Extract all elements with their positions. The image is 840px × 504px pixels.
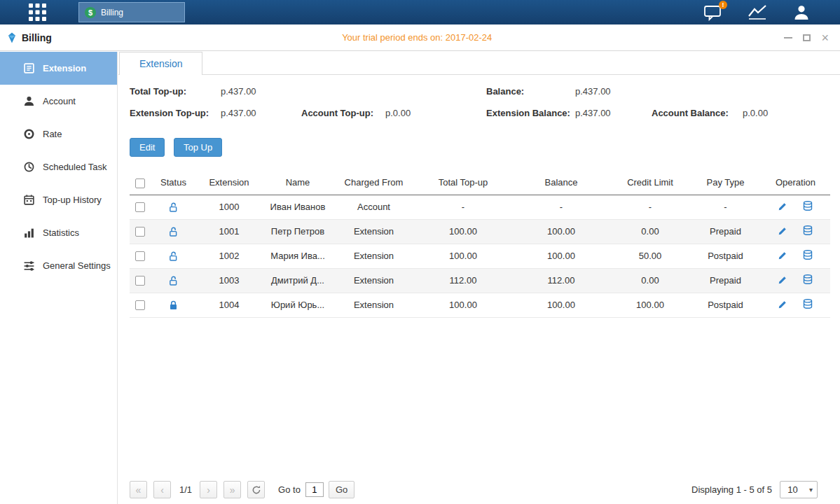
- cell-total-topup: 112.00: [414, 268, 512, 293]
- go-button[interactable]: Go: [329, 481, 354, 498]
- table-header-row: Status Extension Name Charged From Total…: [130, 171, 830, 195]
- cell-extension: 1000: [196, 195, 262, 219]
- status-lock-icon: [168, 250, 179, 260]
- cell-total-topup: 100.00: [414, 219, 512, 244]
- top-navigation-bar: $ Billing !: [0, 0, 840, 24]
- sidebar-item-account[interactable]: Account: [0, 85, 117, 118]
- rate-icon: [23, 128, 35, 140]
- account-icon: [23, 95, 35, 107]
- last-page-button[interactable]: »: [223, 481, 241, 498]
- row-checkbox[interactable]: [135, 227, 145, 237]
- cell-name: Иван Иванов: [262, 195, 333, 219]
- cell-name: Мария Ива...: [262, 244, 333, 268]
- apps-grid-icon[interactable]: [27, 4, 48, 22]
- extension-balance-label: Extension Balance:: [486, 108, 575, 118]
- taskbar-item-billing[interactable]: $ Billing: [78, 2, 185, 22]
- sidebar-item-topup-history[interactable]: Top-up History: [0, 183, 117, 216]
- cell-total-topup: -: [414, 195, 512, 219]
- edit-button[interactable]: Edit: [130, 138, 165, 157]
- row-checkbox[interactable]: [135, 300, 145, 310]
- row-checkbox[interactable]: [135, 202, 145, 212]
- billing-app-icon: [6, 32, 18, 43]
- stats-chart-icon[interactable]: [748, 4, 767, 20]
- sidebar-item-statistics[interactable]: Statistics: [0, 216, 117, 249]
- cell-balance: 100.00: [512, 293, 610, 317]
- cell-total-topup: 100.00: [414, 244, 512, 268]
- sidebar-item-general-settings[interactable]: General Settings: [0, 249, 117, 282]
- sidebar-item-label: Top-up History: [43, 195, 102, 205]
- cell-name: Дмитрий Д...: [262, 268, 333, 293]
- cell-name: Юрий Юрь...: [262, 293, 333, 317]
- cell-extension: 1003: [196, 268, 262, 293]
- edit-icon[interactable]: [778, 274, 788, 285]
- top-up-button[interactable]: Top Up: [174, 138, 222, 157]
- column-header-status: Status: [151, 171, 196, 195]
- bar-chart-icon: [23, 227, 35, 239]
- pagination-bar: « ‹ 1/1 › » Go to Go Displaying 1 - 5 of…: [130, 481, 818, 498]
- minimize-button[interactable]: [784, 37, 792, 38]
- status-lock-icon: [168, 201, 179, 211]
- table-row: 1001 Петр Петров Extension 100.00 100.00…: [130, 219, 830, 244]
- main-content: Extension Total Top-up: p.437.00 Balance…: [118, 52, 840, 504]
- first-page-button[interactable]: «: [130, 481, 147, 498]
- extension-topup-label: Extension Top-up:: [130, 108, 221, 118]
- sidebar-item-rate[interactable]: Rate: [0, 118, 117, 150]
- maximize-button[interactable]: [803, 34, 811, 41]
- sidebar-item-scheduled-task[interactable]: Scheduled Task: [0, 150, 117, 183]
- table-row: 1000 Иван Иванов Account - - - -: [130, 195, 830, 219]
- billing-dollar-icon: $: [85, 7, 96, 18]
- sidebar-item-label: Scheduled Task: [43, 162, 107, 172]
- page-size-select[interactable]: 10 ▾: [780, 481, 818, 498]
- account-topup-value: p.0.00: [385, 108, 486, 118]
- row-checkbox[interactable]: [135, 251, 145, 261]
- tab-bar: Extension: [118, 52, 840, 75]
- cell-extension: 1001: [196, 219, 262, 244]
- extension-balance-value: p.437.00: [575, 108, 652, 118]
- next-page-button[interactable]: ›: [200, 481, 217, 498]
- page-indicator: 1/1: [179, 484, 192, 495]
- topup-icon[interactable]: [802, 249, 813, 260]
- cell-pay-type: -: [690, 195, 761, 219]
- status-lock-icon: [168, 274, 179, 285]
- column-header-pay-type: Pay Type: [690, 171, 761, 195]
- edit-icon[interactable]: [778, 250, 788, 260]
- cell-balance: 100.00: [512, 244, 610, 268]
- sidebar-item-label: Rate: [43, 129, 62, 139]
- topup-icon[interactable]: [802, 200, 813, 211]
- refresh-button[interactable]: [247, 481, 265, 498]
- sidebar-item-label: Extension: [43, 63, 86, 74]
- window-titlebar: Billing Your trial period ends on: 2017-…: [0, 24, 840, 51]
- topup-icon[interactable]: [802, 274, 813, 285]
- edit-icon[interactable]: [778, 225, 788, 236]
- sidebar-item-extension[interactable]: Extension: [0, 52, 117, 85]
- sidebar: Extension Account Rate Scheduled Task: [0, 52, 118, 504]
- tab-extension[interactable]: Extension: [119, 52, 202, 75]
- edit-icon[interactable]: [778, 299, 788, 309]
- close-button[interactable]: ×: [821, 31, 829, 44]
- cell-charged-from: Extension: [333, 219, 414, 244]
- cell-credit-limit: 100.00: [610, 293, 690, 317]
- sidebar-item-label: Statistics: [43, 227, 79, 238]
- cell-pay-type: Prepaid: [690, 219, 761, 244]
- goto-label: Go to: [278, 484, 301, 495]
- chevron-down-icon: ▾: [805, 486, 817, 493]
- window-controls: ×: [784, 24, 829, 50]
- account-topup-label: Account Top-up:: [301, 108, 385, 118]
- account-balance-label: Account Balance:: [652, 108, 743, 118]
- topup-icon[interactable]: [802, 225, 813, 236]
- status-lock-icon: [168, 225, 179, 236]
- goto-page-input[interactable]: [305, 482, 324, 497]
- table-row: 1004 Юрий Юрь... Extension 100.00 100.00…: [130, 293, 830, 317]
- user-account-icon[interactable]: [792, 4, 811, 21]
- edit-icon[interactable]: [778, 201, 788, 211]
- cell-credit-limit: 0.00: [610, 219, 690, 244]
- cell-charged-from: Account: [333, 195, 414, 219]
- cell-balance: 112.00: [512, 268, 610, 293]
- column-header-credit-limit: Credit Limit: [610, 171, 690, 195]
- prev-page-button[interactable]: ‹: [153, 481, 171, 498]
- column-header-charged-from: Charged From: [333, 171, 414, 195]
- select-all-checkbox[interactable]: [135, 178, 145, 188]
- topup-icon[interactable]: [802, 298, 813, 309]
- row-checkbox[interactable]: [135, 276, 145, 286]
- messages-icon[interactable]: !: [703, 4, 722, 21]
